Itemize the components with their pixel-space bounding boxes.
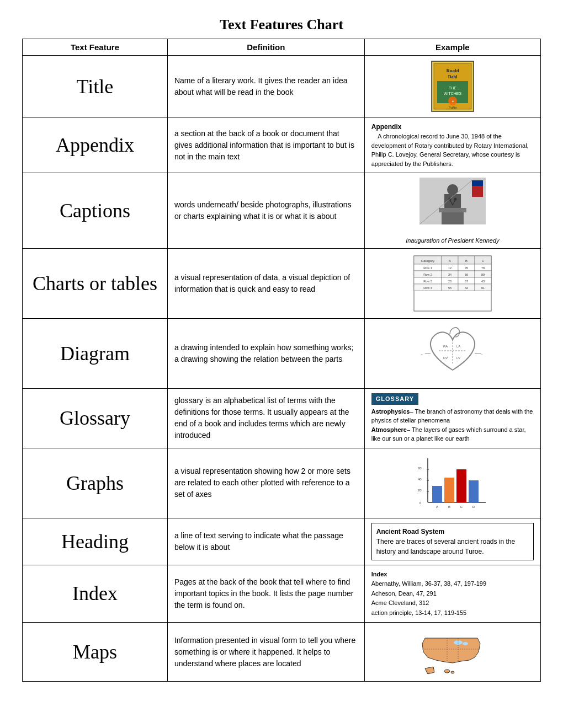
example-cell: 0 20 40 60 A B xyxy=(364,448,540,518)
feature-name: Charts or tables xyxy=(29,266,161,301)
glossary-entry: Atmosphere– The layers of gases which su… xyxy=(371,426,526,442)
svg-text:D: D xyxy=(472,505,475,508)
svg-text:C: C xyxy=(482,259,485,263)
example-cell: Roald Dahl THE WITCHES ✦ Puffin xyxy=(364,56,540,117)
definition-text: words underneath/ beside photographs, il… xyxy=(174,199,358,222)
svg-text:RA: RA xyxy=(443,345,448,348)
svg-text:56: 56 xyxy=(465,273,468,276)
svg-text:Category: Category xyxy=(421,259,434,263)
definition-text: glossary is an alphabetical list of term… xyxy=(174,395,358,441)
table-row: Appendixa section at the back of a book … xyxy=(23,117,541,173)
svg-point-92 xyxy=(444,670,450,673)
svg-text:67: 67 xyxy=(465,280,468,283)
svg-rect-85 xyxy=(469,480,479,502)
svg-text:55: 55 xyxy=(448,286,452,290)
feature-name: Title xyxy=(29,69,161,104)
svg-text:43: 43 xyxy=(481,280,485,283)
graph-example: 0 20 40 60 A B xyxy=(371,453,534,513)
index-entry: Acme Cleveland, 312 xyxy=(371,598,534,608)
svg-text:0: 0 xyxy=(419,501,422,505)
svg-rect-20 xyxy=(472,180,483,186)
appendix-body: A chronological record to June 30, 1948 … xyxy=(371,133,529,167)
caption-example: Inauguration of President Kennedy xyxy=(371,178,534,244)
svg-text:20: 20 xyxy=(418,489,422,492)
definition-text: a section at the back of a book or docum… xyxy=(174,128,358,163)
svg-text:LV: LV xyxy=(456,356,460,360)
table-row: IndexPages at the back of the book that … xyxy=(23,565,541,623)
svg-text:23: 23 xyxy=(448,280,452,283)
table-row: Headinga line of text serving to indicat… xyxy=(23,518,541,565)
svg-rect-83 xyxy=(444,478,454,502)
definition-text: a drawing intended to explain how someth… xyxy=(174,342,358,365)
heading-body: There are traces of several ancient road… xyxy=(376,537,529,556)
index-title: Index xyxy=(371,570,534,580)
page-title: Text Features Chart xyxy=(22,17,541,33)
svg-text:✦: ✦ xyxy=(451,100,454,103)
example-cell: Inauguration of President Kennedy xyxy=(364,173,540,249)
index-entry: Acheson, Dean, 47, 291 xyxy=(371,589,534,599)
svg-text:B: B xyxy=(448,505,450,508)
feature-name: Index xyxy=(29,576,161,611)
feature-name: Heading xyxy=(29,524,161,559)
svg-text:Row 1: Row 1 xyxy=(423,266,432,270)
definition-text: a visual representation of data, a visua… xyxy=(174,272,358,295)
example-cell: Ancient Road System There are traces of … xyxy=(364,518,540,565)
svg-rect-14 xyxy=(439,208,466,212)
example-cell: RA LA RV LV ← → xyxy=(364,319,540,389)
header-feature: Text Feature xyxy=(23,39,168,56)
svg-text:Row 3: Row 3 xyxy=(423,280,432,283)
diagram-example: RA LA RV LV ← → xyxy=(371,323,534,384)
glossary-header: GLOSSARY xyxy=(371,393,418,405)
feature-name: Maps xyxy=(29,635,161,669)
svg-text:THE: THE xyxy=(449,86,456,90)
svg-text:←: ← xyxy=(421,352,423,356)
svg-point-91 xyxy=(463,642,468,645)
svg-text:12: 12 xyxy=(448,266,452,270)
index-entry: Abernathy, William, 36-37, 38, 47, 197-1… xyxy=(371,579,534,589)
svg-text:A: A xyxy=(449,259,451,263)
definition-text: a visual representation showing how 2 or… xyxy=(174,465,358,500)
svg-text:A: A xyxy=(436,505,438,508)
svg-text:45: 45 xyxy=(465,266,468,270)
map-example xyxy=(371,627,534,677)
svg-text:78: 78 xyxy=(481,266,485,270)
svg-rect-84 xyxy=(456,469,466,502)
svg-point-18 xyxy=(454,198,456,201)
definition-text: Information presented in visual form to … xyxy=(174,635,358,670)
appendix-title: Appendix xyxy=(371,123,402,131)
chart-example: Category A B C Row 1 12 45 78 xyxy=(371,253,534,314)
caption-text: Inauguration of President Kennedy xyxy=(371,237,534,244)
svg-text:Row 4: Row 4 xyxy=(423,286,432,290)
table-row: TitleName of a literary work. It gives t… xyxy=(23,56,541,117)
svg-text:Row 2: Row 2 xyxy=(423,273,432,276)
table-row: MapsInformation presented in visual form… xyxy=(23,623,541,682)
table-row: Charts or tablesa visual representation … xyxy=(23,249,541,319)
index-entry: action principle, 13-14, 17, 119-155 xyxy=(371,608,534,618)
svg-text:89: 89 xyxy=(481,273,485,276)
appendix-example: Appendix A chronological record to June … xyxy=(371,122,534,168)
svg-text:Puffin: Puffin xyxy=(448,106,456,109)
table-row: Graphsa visual representation showing ho… xyxy=(23,448,541,518)
example-cell: Category A B C Row 1 12 45 78 xyxy=(364,249,540,319)
example-cell: Appendix A chronological record to June … xyxy=(364,117,540,173)
feature-name: Appendix xyxy=(29,128,161,162)
definition-text: a line of text serving to indicate what … xyxy=(174,530,358,553)
svg-text:40: 40 xyxy=(418,478,422,481)
definition-text: Pages at the back of the book that tell … xyxy=(174,576,358,611)
svg-text:Roald: Roald xyxy=(446,68,459,73)
example-cell: Index Abernathy, William, 36-37, 38, 47,… xyxy=(364,565,540,623)
glossary-example: GLOSSARY Astrophysics– The branch of ast… xyxy=(371,393,534,443)
svg-text:32: 32 xyxy=(465,286,468,290)
svg-rect-13 xyxy=(442,211,464,224)
header-definition: Definition xyxy=(167,39,364,56)
example-cell: GLOSSARY Astrophysics– The branch of ast… xyxy=(364,389,540,448)
svg-rect-82 xyxy=(432,486,442,502)
book-cover-image: Roald Dahl THE WITCHES ✦ Puffin xyxy=(371,60,534,113)
svg-text:LA: LA xyxy=(456,345,460,348)
svg-text:60: 60 xyxy=(418,467,422,470)
svg-text:RV: RV xyxy=(443,356,448,360)
svg-text:34: 34 xyxy=(448,273,452,276)
svg-text:WITCHES: WITCHES xyxy=(444,92,462,95)
svg-text:B: B xyxy=(465,259,468,263)
example-cell xyxy=(364,623,540,682)
